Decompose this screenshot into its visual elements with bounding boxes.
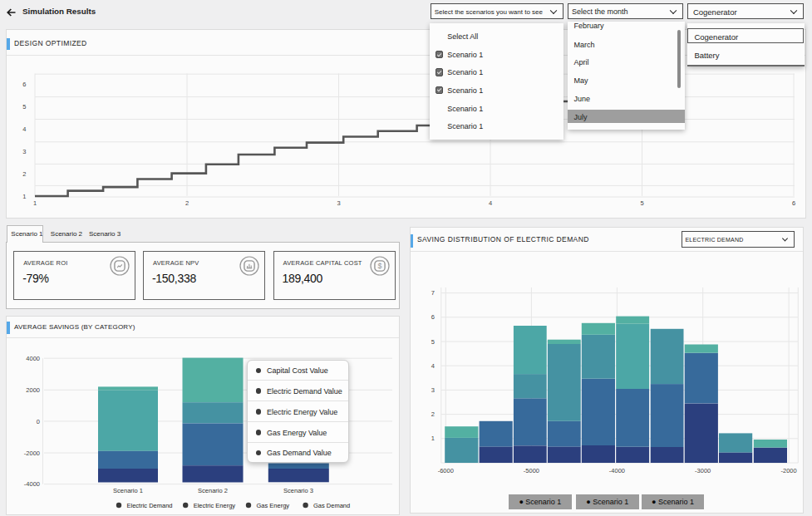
svg-text:2000: 2000 bbox=[26, 386, 40, 394]
svg-text:3: 3 bbox=[22, 148, 26, 155]
svg-text:-4000: -4000 bbox=[24, 480, 40, 488]
svg-text:4: 4 bbox=[22, 125, 26, 133]
svg-text:Scenario 1: Scenario 1 bbox=[113, 487, 143, 494]
svg-text:-6000: -6000 bbox=[437, 467, 453, 474]
svg-text:6: 6 bbox=[22, 81, 26, 88]
svg-text:6: 6 bbox=[431, 313, 435, 321]
svg-text:4: 4 bbox=[489, 199, 492, 207]
svg-text:4: 4 bbox=[431, 362, 435, 370]
svg-text:-4000: -4000 bbox=[608, 467, 624, 474]
svg-text:-2000: -2000 bbox=[24, 450, 40, 457]
svg-text:$: $ bbox=[377, 262, 381, 270]
svg-text:-5000: -5000 bbox=[523, 467, 539, 474]
svg-text:4000: 4000 bbox=[26, 355, 40, 362]
svg-text:2: 2 bbox=[431, 410, 435, 418]
svg-text:2: 2 bbox=[22, 170, 26, 178]
svg-text:5: 5 bbox=[640, 199, 643, 207]
svg-text:1: 1 bbox=[431, 435, 435, 442]
svg-text:0: 0 bbox=[37, 418, 40, 425]
svg-text:Electric Energy: Electric Energy bbox=[194, 502, 236, 509]
svg-text:Scenario 2: Scenario 2 bbox=[198, 487, 228, 494]
svg-text:5: 5 bbox=[431, 338, 435, 346]
svg-text:Electric Demand: Electric Demand bbox=[127, 502, 173, 509]
svg-text:3: 3 bbox=[337, 199, 340, 207]
svg-text:1: 1 bbox=[22, 193, 26, 200]
svg-text:7: 7 bbox=[431, 289, 435, 297]
svg-text:1: 1 bbox=[33, 199, 37, 207]
svg-text:3: 3 bbox=[431, 386, 435, 394]
svg-text:Gas Demand: Gas Demand bbox=[313, 502, 350, 509]
svg-text:-2000: -2000 bbox=[780, 467, 796, 474]
svg-text:2: 2 bbox=[185, 199, 189, 207]
svg-text:Gas Energy: Gas Energy bbox=[257, 502, 290, 509]
svg-text:6: 6 bbox=[792, 199, 795, 207]
svg-text:-3000: -3000 bbox=[695, 467, 711, 474]
svg-text:Scenario 3: Scenario 3 bbox=[283, 487, 313, 494]
svg-text:5: 5 bbox=[22, 103, 26, 111]
